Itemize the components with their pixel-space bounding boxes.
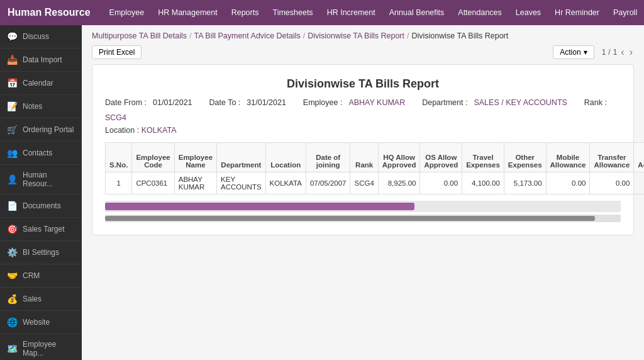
report-meta: Date From : 01/01/2021 Date To : 31/01/2…: [105, 98, 621, 122]
breadcrumb-link-1[interactable]: Multipurpose TA Bill Details: [92, 31, 187, 40]
sidebar-item-crm[interactable]: 🤝 CRM: [0, 264, 82, 288]
location-label: Location :: [105, 126, 139, 135]
sidebar-label-bi-settings: BI Settings: [23, 248, 59, 257]
nav-menu: Employee HR Management Reports Timesheet…: [103, 6, 644, 20]
nav-hr-reminder[interactable]: Hr Reminder: [548, 6, 606, 20]
pagination: 1 / 1 ‹ ›: [602, 47, 634, 58]
action-bar: Print Excel Action ▾ 1 / 1 ‹ ›: [92, 45, 634, 59]
sidebar-item-notes[interactable]: 📝 Notes: [0, 95, 82, 118]
pagination-next-button[interactable]: ›: [628, 47, 634, 58]
breadcrumb-sep-2: /: [303, 31, 305, 40]
sidebar-item-human-resource[interactable]: 👤 Human Resour...: [0, 165, 82, 194]
data-import-icon: 📥: [6, 54, 18, 65]
breadcrumb: Multipurpose TA Bill Details / TA Bill P…: [92, 31, 634, 40]
action-arrow-icon: ▾: [584, 48, 587, 57]
sidebar-item-documents[interactable]: 📄 Documents: [0, 194, 82, 218]
date-from-label: Date From :: [105, 98, 147, 107]
col-other: Other Expenses: [504, 143, 546, 172]
sidebar-label-website: Website: [23, 318, 50, 327]
col-location: Location: [265, 143, 306, 172]
pagination-total: 1: [613, 48, 618, 57]
breadcrumb-sep-3: /: [407, 31, 409, 40]
sales-icon: 💰: [6, 293, 18, 305]
sidebar-item-ordering-portal[interactable]: 🛒 Ordering Portal: [0, 118, 82, 142]
sidebar-label-data-import: Data Import: [23, 55, 62, 64]
col-emp-code: Employee Code: [132, 143, 174, 172]
sidebar-item-contacts[interactable]: 👥 Contacts: [0, 142, 82, 165]
sidebar-item-sales[interactable]: 💰 Sales: [0, 288, 82, 311]
sidebar-label-crm: CRM: [23, 271, 40, 280]
documents-icon: 📄: [6, 200, 18, 211]
sidebar-label-ordering-portal: Ordering Portal: [23, 125, 74, 134]
pagination-current: 1: [602, 48, 606, 57]
report-card: Divisionwise TA Bills Report Date From :…: [92, 64, 634, 235]
col-doj: Date of joining: [306, 143, 350, 172]
breadcrumb-link-3[interactable]: Divisionwise TA Bills Report: [308, 31, 404, 40]
rank-label: Rank :: [584, 98, 607, 107]
sidebar-item-bi-settings[interactable]: ⚙️ BI Settings: [0, 241, 82, 264]
nav-payroll[interactable]: Payroll: [607, 6, 643, 20]
sidebar-item-sales-target[interactable]: 🎯 Sales Target: [0, 218, 82, 241]
location-value: KOLKATA: [142, 126, 177, 135]
pagination-prev-button[interactable]: ‹: [619, 47, 625, 58]
action-label: Action: [560, 48, 580, 57]
report-title: Divisionwise TA Bills Report: [105, 77, 621, 91]
breadcrumb-current: Divisionwise TA Bills Report: [412, 31, 509, 40]
breadcrumb-link-2[interactable]: TA Bill Payment Advice Details: [194, 31, 300, 40]
department-value: SALES / KEY ACCOUNTS: [474, 98, 567, 107]
human-resource-icon: 👤: [6, 174, 18, 185]
sidebar-label-discuss: Discuss: [23, 32, 49, 41]
sidebar-label-contacts: Contacts: [23, 149, 52, 157]
report-table: S.No. Employee Code Employee Name Depart…: [105, 142, 644, 194]
col-department: Department: [217, 143, 266, 172]
content-area: Multipurpose TA Bill Details / TA Bill P…: [82, 25, 644, 360]
nav-reports[interactable]: Reports: [225, 6, 265, 20]
sidebar-label-documents: Documents: [23, 201, 61, 210]
contacts-icon: 👥: [6, 147, 18, 159]
calendar-icon: 📅: [6, 77, 18, 89]
main-layout: 💬 Discuss 📥 Data Import 📅 Calendar 📝 Not…: [0, 25, 644, 360]
sidebar: 💬 Discuss 📥 Data Import 📅 Calendar 📝 Not…: [0, 25, 82, 360]
sidebar-item-employee-map[interactable]: 🗺️ Employee Map...: [0, 334, 82, 360]
breadcrumb-sep-1: /: [189, 31, 191, 40]
col-travel: Travel Expenses: [462, 143, 504, 172]
website-icon: 🌐: [6, 317, 18, 328]
employee-value: ABHAY KUMAR: [348, 98, 405, 107]
discuss-icon: 💬: [6, 31, 18, 42]
brand-title: Human Resource: [8, 7, 91, 18]
col-mobile: Mobile Allowance: [546, 143, 590, 172]
date-to-label: Date To :: [209, 98, 241, 107]
nav-attendances[interactable]: Attendances: [452, 6, 508, 20]
sidebar-item-discuss[interactable]: 💬 Discuss: [0, 25, 82, 48]
bi-settings-icon: ⚙️: [6, 247, 18, 258]
employee-map-icon: 🗺️: [6, 343, 18, 354]
sidebar-label-sales: Sales: [23, 295, 42, 303]
action-dropdown-button[interactable]: Action ▾: [553, 45, 594, 59]
horizontal-scrollbar-2[interactable]: [105, 215, 621, 222]
nav-timesheets[interactable]: Timesheets: [266, 6, 319, 20]
print-excel-button[interactable]: Print Excel: [92, 45, 142, 59]
sidebar-label-calendar: Calendar: [23, 79, 53, 87]
horizontal-scrollbar[interactable]: [105, 201, 621, 212]
nav-hr-management[interactable]: HR Management: [152, 6, 224, 20]
scrollbar-thumb: [105, 203, 414, 210]
notes-icon: 📝: [6, 101, 18, 112]
nav-hr-increment[interactable]: HR Increment: [321, 6, 382, 20]
sidebar-label-sales-target: Sales Target: [23, 225, 65, 233]
ordering-portal-icon: 🛒: [6, 124, 18, 135]
pagination-sep: /: [608, 48, 610, 57]
sidebar-label-notes: Notes: [23, 102, 42, 111]
sidebar-item-calendar[interactable]: 📅 Calendar: [0, 72, 82, 95]
employee-label: Employee :: [303, 98, 343, 107]
nav-employee[interactable]: Employee: [103, 6, 151, 20]
date-to-value: 31/01/2021: [247, 98, 286, 107]
top-nav: Human Resource Employee HR Management Re…: [0, 0, 644, 25]
nav-leaves[interactable]: Leaves: [509, 6, 547, 20]
table-row: 1CPC0361ABHAY KUMARKEY ACCOUNTSKOLKATA07…: [106, 172, 645, 194]
sidebar-label-employee-map: Employee Map...: [23, 340, 75, 357]
date-from-value: 01/01/2021: [153, 98, 192, 107]
sidebar-item-website[interactable]: 🌐 Website: [0, 311, 82, 334]
sidebar-item-data-import[interactable]: 📥 Data Import: [0, 48, 82, 72]
sidebar-label-human-resource: Human Resour...: [23, 171, 75, 188]
nav-annual-benefits[interactable]: Annual Benefits: [383, 6, 451, 20]
